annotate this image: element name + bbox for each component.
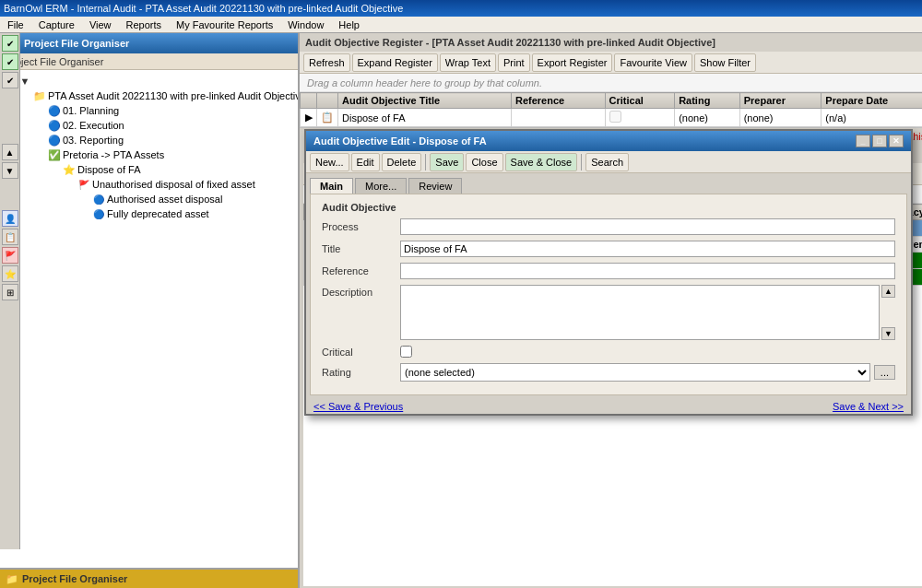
tree-authorised[interactable]: 🔵 Authorised asset disposal	[4, 192, 294, 206]
menu-help[interactable]: Help	[335, 18, 363, 31]
export-register-button[interactable]: Export Register	[532, 53, 613, 72]
dialog-tabs: Main More... Review	[306, 173, 911, 194]
refresh-button[interactable]: Refresh	[303, 53, 350, 72]
tree-planning-label: 01. Planning	[63, 105, 119, 116]
vert-btn-doc[interactable]: 📋	[2, 229, 18, 245]
bottom-tab-label: Project File Organiser	[22, 573, 127, 584]
dialog-tab-review[interactable]: Review	[408, 178, 462, 194]
tree-dispose-fa[interactable]: ⭐ Dispose of FA	[4, 162, 294, 177]
menu-file[interactable]: File	[4, 18, 28, 31]
form-title-row: Title	[322, 241, 895, 257]
form-reference-row: Reference	[322, 263, 895, 279]
col-rating[interactable]: Rating	[675, 93, 740, 109]
register-table-container: Audit Objective Title Reference Critical…	[300, 92, 922, 128]
expand-register-button[interactable]: Expand Register	[352, 53, 438, 72]
left-panel: 📁 Project File Organiser Project File Or…	[0, 33, 300, 588]
col-ao-title[interactable]: Audit Objective Title	[338, 93, 512, 109]
title-bar: BarnOwl ERM - Internal Audit - PTA Asset…	[0, 0, 922, 17]
left-panel-bottom-tab[interactable]: 📁 Project File Organiser	[0, 568, 298, 588]
vert-btn-person[interactable]: 👤	[2, 210, 18, 227]
menu-view[interactable]: View	[86, 18, 115, 31]
dialog-tab-main[interactable]: Main	[310, 178, 353, 194]
table-row[interactable]: ▶ 📋 Dispose of FA (none) (none) (n/a) (n…	[301, 109, 923, 127]
vert-btn-up[interactable]: ▲	[2, 144, 18, 160]
dialog-search-button[interactable]: Search	[585, 153, 629, 171]
critical-form-checkbox[interactable]	[400, 346, 412, 358]
pretoria-check-icon: ✅	[48, 148, 61, 161]
execution-icon: 🔵	[48, 119, 61, 132]
print-button[interactable]: Print	[498, 53, 530, 72]
favourite-view-button[interactable]: Favourite View	[614, 53, 692, 72]
authorised-icon: 🔵	[92, 193, 105, 206]
dialog-save-close-button[interactable]: Save & Close	[505, 153, 578, 171]
form-section-label: Audit Objective	[322, 202, 895, 213]
tree-unauthorised-label: Unauthorised disposal of fixed asset	[92, 179, 255, 190]
vert-btn-1[interactable]: ✔	[2, 35, 18, 52]
reference-label: Reference	[322, 265, 400, 276]
tree-deprecated-label: Fully deprecated asset	[107, 208, 209, 219]
col-preparer[interactable]: Preparer	[739, 93, 822, 109]
description-label: Description	[322, 287, 400, 298]
tree-planning[interactable]: 🔵 01. Planning	[4, 103, 294, 118]
dialog-title-bar: Audit Objective Edit - Dispose of FA _ □…	[306, 131, 911, 151]
dialog-maximize-button[interactable]: □	[872, 135, 887, 147]
dialog-new-button[interactable]: New...	[310, 153, 349, 171]
save-prev-button[interactable]: << Save & Previous	[313, 401, 403, 412]
vert-btn-3[interactable]: ✔	[2, 72, 18, 88]
tree-pta-audit[interactable]: 📁 PTA Asset Audit 20221130 with pre-link…	[4, 88, 294, 103]
reference-input[interactable]	[400, 263, 895, 279]
dialog-save-button[interactable]: Save	[430, 153, 464, 171]
row-expand-cell[interactable]: ▶	[301, 109, 317, 127]
tree-pretoria[interactable]: ✅ Pretoria -> PTA Assets	[4, 147, 294, 162]
form-critical-row: Critical	[322, 346, 895, 358]
desc-scroll-down[interactable]: ▼	[881, 327, 895, 340]
description-textarea[interactable]	[400, 285, 880, 340]
folder-icon-main: 📁	[33, 89, 46, 102]
rating-action-button[interactable]: ...	[874, 365, 895, 380]
unauthorised-icon: 🚩	[77, 178, 90, 191]
tree-execution[interactable]: 🔵 02. Execution	[4, 118, 294, 133]
dialog-minimize-button[interactable]: _	[856, 135, 870, 147]
dialog-delete-button[interactable]: Delete	[382, 153, 422, 171]
rating-select[interactable]: (none selected)	[400, 363, 870, 382]
dialog-tab-more[interactable]: More...	[355, 178, 407, 194]
menu-fav-reports[interactable]: My Favourite Reports	[172, 18, 277, 31]
row-ao-title: Dispose of FA	[338, 109, 512, 127]
tree-dispose-fa-label: Dispose of FA	[77, 164, 140, 175]
save-next-button[interactable]: Save & Next >>	[833, 401, 904, 412]
wrap-text-button[interactable]: Wrap Text	[440, 53, 496, 72]
col-critical[interactable]: Critical	[605, 93, 675, 109]
vert-btn-star[interactable]: ⭐	[2, 265, 18, 282]
process-input[interactable]	[400, 218, 895, 235]
drag-hint-text: Drag a column header here to group by th…	[307, 77, 542, 88]
menu-capture[interactable]: Capture	[35, 18, 78, 31]
deprecated-icon: 🔵	[92, 207, 105, 220]
title-text: BarnOwl ERM - Internal Audit - PTA Asset…	[4, 3, 403, 14]
title-input[interactable]	[400, 241, 895, 257]
form-rating-row: Rating (none selected) ...	[322, 363, 895, 382]
vert-btn-flag[interactable]: 🚩	[2, 247, 18, 264]
desc-scroll-up[interactable]: ▲	[881, 285, 895, 298]
reporting-icon: 🔵	[48, 134, 61, 147]
dialog-close-button[interactable]: ✕	[889, 135, 904, 147]
tree-deprecated[interactable]: 🔵 Fully deprecated asset	[4, 206, 294, 221]
vert-btn-down[interactable]: ▼	[2, 162, 18, 179]
menu-window[interactable]: Window	[284, 18, 327, 31]
col-reference[interactable]: Reference	[512, 93, 606, 109]
tree-root-arrow[interactable]: ▼	[4, 74, 294, 88]
form-nav-buttons: << Save & Previous Save & Next >>	[306, 399, 911, 414]
dialog-close-form-button[interactable]: Close	[466, 153, 502, 171]
vert-btn-grid[interactable]: ⊞	[2, 284, 18, 300]
tree-unauthorised[interactable]: 🚩 Unauthorised disposal of fixed asset	[4, 177, 294, 192]
vert-btn-2[interactable]: ✔	[2, 53, 18, 70]
dialog-toolbar: New... Edit Delete Save Close Save & Clo…	[306, 151, 911, 173]
menu-reports[interactable]: Reports	[123, 18, 166, 31]
col-prepare-date[interactable]: Prepare Date	[822, 93, 922, 109]
row-icon-cell: 📋	[317, 109, 338, 127]
tree-reporting[interactable]: 🔵 03. Reporting	[4, 133, 294, 147]
register-drag-hint: Drag a column header here to group by th…	[300, 74, 922, 92]
show-filter-button[interactable]: Show Filter	[694, 53, 756, 72]
register-header: Audit Objective Register - [PTA Asset Au…	[300, 33, 922, 52]
dialog-edit-button[interactable]: Edit	[351, 153, 380, 171]
critical-checkbox[interactable]	[609, 111, 621, 123]
